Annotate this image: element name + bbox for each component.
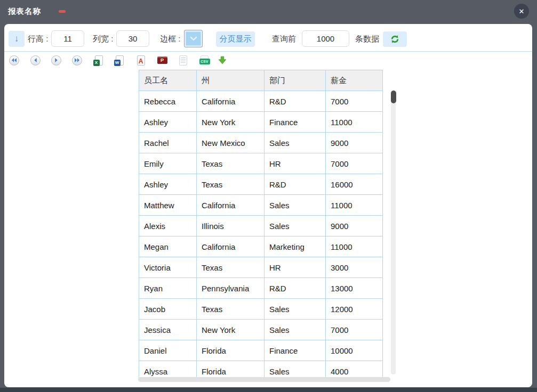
cell-salary: 7000 xyxy=(326,91,383,112)
vertical-scrollbar[interactable] xyxy=(391,91,396,374)
export-excel-button[interactable]: X xyxy=(93,54,105,67)
excel-icon: X xyxy=(95,55,103,66)
table-row: RebeccaCaliforniaR&D7000 xyxy=(139,91,383,112)
col-header-department: 部门 xyxy=(265,70,326,91)
table-row: RyanPennsylvaniaR&D13000 xyxy=(139,278,383,299)
table-row: AlexisIllinoisSales9000 xyxy=(139,216,383,236)
close-button[interactable]: ✕ xyxy=(514,4,529,19)
table-row: MeganCaliforniaMarketing11000 xyxy=(139,236,383,257)
records-label: 条数据 xyxy=(355,30,379,47)
titlebar: 报表名称 ✕ xyxy=(0,0,537,24)
query-count-input[interactable] xyxy=(302,30,349,47)
horizontal-scrollbar[interactable] xyxy=(138,377,390,382)
refresh-button[interactable] xyxy=(383,31,407,47)
export-word-button[interactable]: W xyxy=(114,54,125,67)
export-text-button[interactable] xyxy=(177,54,189,67)
table-row: JacobTexasSales12000 xyxy=(139,299,383,320)
cell-salary: 4000 xyxy=(326,361,383,379)
cell-employee: Ashley xyxy=(139,174,197,195)
cell-salary: 9000 xyxy=(326,216,383,236)
cell-salary: 11000 xyxy=(326,195,383,216)
cell-department: Finance xyxy=(265,112,326,133)
table-row: DanielFloridaFinance10000 xyxy=(139,340,383,361)
window-bottom-edge xyxy=(0,388,537,392)
cell-department: Sales xyxy=(265,299,326,320)
cell-employee: Rebecca xyxy=(139,91,197,112)
next-page-button[interactable] xyxy=(50,54,62,67)
cell-salary: 3000 xyxy=(326,257,383,278)
cell-state: Texas xyxy=(197,174,265,195)
cell-salary: 16000 xyxy=(326,174,383,195)
cell-salary: 10000 xyxy=(326,340,383,361)
cell-employee: Alexis xyxy=(139,216,197,236)
cell-salary: 12000 xyxy=(326,299,383,320)
table-row: VictoriaTexasHR3000 xyxy=(139,257,383,278)
settings-toolbar: ↓ 行高 : 列宽 : 边框 : 分页显示 查询前 条数据 xyxy=(4,24,532,52)
cell-salary: 7000 xyxy=(326,320,383,340)
red-dash-icon xyxy=(59,10,66,13)
row-height-input[interactable] xyxy=(51,30,84,47)
cell-department: R&D xyxy=(265,278,326,299)
cell-state: California xyxy=(197,236,265,257)
previous-page-button[interactable] xyxy=(29,54,41,67)
cell-state: California xyxy=(197,195,265,216)
col-header-salary: 薪金 xyxy=(326,70,383,91)
col-header-state: 州 xyxy=(197,70,265,91)
next-page-icon xyxy=(51,55,61,66)
cell-state: California xyxy=(197,91,265,112)
cell-salary: 9000 xyxy=(326,133,383,153)
navigation-export-toolbar: X W A P CSV xyxy=(4,52,532,69)
cell-department: Sales xyxy=(265,133,326,153)
cell-department: HR xyxy=(265,153,326,174)
cell-department: HR xyxy=(265,257,326,278)
cell-department: Sales xyxy=(265,195,326,216)
cell-employee: Rachel xyxy=(139,133,197,153)
vertical-scrollbar-thumb[interactable] xyxy=(391,91,396,103)
col-width-input[interactable] xyxy=(116,30,149,47)
paging-display-button[interactable]: 分页显示 xyxy=(216,31,255,47)
table-row: EmilyTexasHR7000 xyxy=(139,153,383,174)
last-page-button[interactable] xyxy=(71,54,83,67)
row-height-label: 行高 : xyxy=(28,30,48,47)
cell-state: New Mexico xyxy=(197,133,265,153)
cell-department: Sales xyxy=(265,216,326,236)
border-label: 边框 : xyxy=(160,30,180,47)
cell-department: R&D xyxy=(265,91,326,112)
cell-employee: Megan xyxy=(139,236,197,257)
download-button[interactable] xyxy=(217,54,228,67)
query-before-label: 查询前 xyxy=(272,30,296,47)
download-arrow-icon xyxy=(218,56,227,64)
collapse-toolbar-button[interactable]: ↓ xyxy=(9,31,25,47)
cell-state: Illinois xyxy=(197,216,265,236)
cell-employee: Alyssa xyxy=(139,361,197,379)
cell-state: Texas xyxy=(197,257,265,278)
word-icon: W xyxy=(116,55,124,66)
cell-employee: Victoria xyxy=(139,257,197,278)
table-row: JessicaNew YorkSales7000 xyxy=(139,320,383,340)
cell-department: Sales xyxy=(265,361,326,379)
last-page-icon xyxy=(72,55,82,66)
first-page-button[interactable] xyxy=(8,54,20,67)
table-row: AshleyTexasR&D16000 xyxy=(139,174,383,195)
cell-employee: Ashley xyxy=(139,112,197,133)
export-csv-button[interactable]: CSV xyxy=(198,54,210,67)
table-row: MatthewCaliforniaSales11000 xyxy=(139,195,383,216)
down-arrow-icon: ↓ xyxy=(14,34,19,44)
cell-department: R&D xyxy=(265,174,326,195)
print-button[interactable]: P xyxy=(156,54,168,67)
cell-department: Finance xyxy=(265,340,326,361)
cell-state: New York xyxy=(197,320,265,340)
cell-department: Sales xyxy=(265,320,326,340)
cell-employee: Matthew xyxy=(139,195,197,216)
export-pdf-button[interactable]: A xyxy=(135,54,147,67)
report-table-viewport: 员工名 州 部门 薪金 RebeccaCaliforniaR&D7000 Ash… xyxy=(139,70,385,378)
border-select[interactable] xyxy=(184,30,203,47)
close-icon: ✕ xyxy=(519,7,525,15)
cell-salary: 13000 xyxy=(326,278,383,299)
cell-state: Texas xyxy=(197,153,265,174)
text-file-icon xyxy=(179,55,187,66)
cell-employee: Daniel xyxy=(139,340,197,361)
table-row: AlyssaFloridaSales4000 xyxy=(139,361,383,379)
cell-salary: 11000 xyxy=(326,112,383,133)
cell-employee: Jessica xyxy=(139,320,197,340)
